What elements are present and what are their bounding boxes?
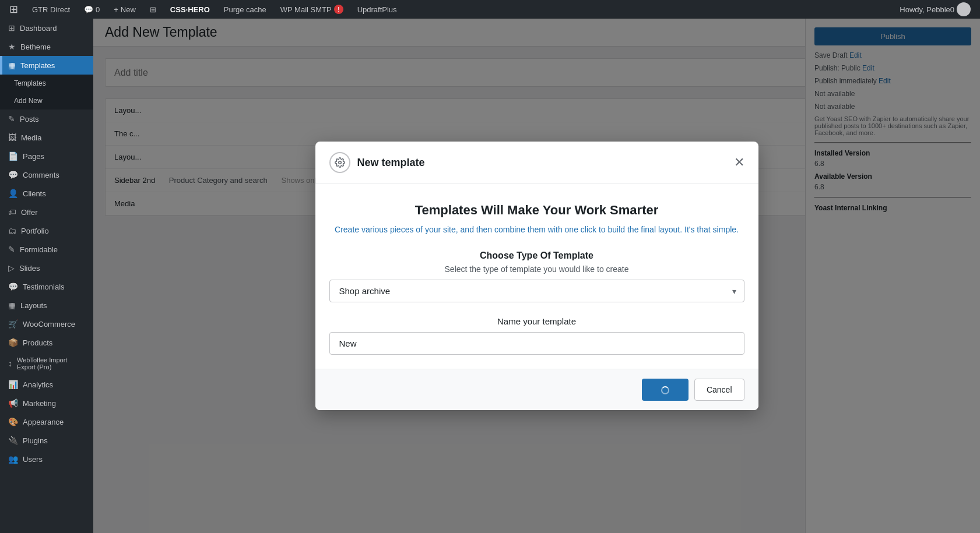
site-name-item[interactable]: GTR Direct xyxy=(29,5,73,14)
comments-icon: 💬 xyxy=(8,170,18,179)
wpmail-item[interactable]: WP Mail SMTP ! xyxy=(277,5,347,14)
sidebar-item-label: Layouts xyxy=(20,301,47,310)
site-name-label: GTR Direct xyxy=(32,5,70,14)
sidebar-item-label: Comments xyxy=(23,171,59,179)
sidebar-item-label: Posts xyxy=(20,115,39,123)
modal-type-select[interactable]: Shop archive Page Post Header Footer Sin… xyxy=(329,280,744,302)
wp-logo-icon: ⊞ xyxy=(9,3,18,16)
pages-icon: 📄 xyxy=(8,151,18,161)
sidebar-item-offer[interactable]: 🏷 Offer xyxy=(0,203,93,221)
sidebar-item-dashboard[interactable]: ⊞ Dashboard xyxy=(0,19,93,37)
sidebar-item-templates[interactable]: ▦ Templates xyxy=(0,56,93,75)
sidebar: ⊞ Dashboard ★ Betheme ▦ Templates Templa… xyxy=(0,19,93,533)
sidebar-item-label: Testimonials xyxy=(23,283,65,291)
slides-icon: ▷ xyxy=(8,263,15,273)
media-icon: 🖼 xyxy=(8,133,16,142)
users-icon: 👥 xyxy=(8,454,18,464)
sidebar-item-users[interactable]: 👥 Users xyxy=(0,450,93,468)
modal-overlay[interactable]: New template ✕ Templates Will Make Your … xyxy=(93,19,980,533)
modal-footer: Cancel xyxy=(315,369,758,410)
comment-item[interactable]: 💬 0 xyxy=(80,5,103,14)
new-label: New xyxy=(121,5,136,14)
modal-cancel-button[interactable]: Cancel xyxy=(694,379,744,401)
modal-select-label: Select the type of template you would li… xyxy=(329,264,744,274)
sidebar-item-portfolio[interactable]: 🗂 Portfolio xyxy=(0,221,93,240)
wp-icon: ⊞ xyxy=(150,5,156,14)
formidable-icon: ✎ xyxy=(8,245,15,254)
sidebar-item-analytics[interactable]: 📊 Analytics xyxy=(0,375,93,394)
sidebar-item-comments[interactable]: 💬 Comments xyxy=(0,165,93,184)
sidebar-item-plugins[interactable]: 🔌 Plugins xyxy=(0,431,93,450)
sidebar-item-label: Portfolio xyxy=(21,227,49,235)
sidebar-item-formidable[interactable]: ✎ Formidable xyxy=(0,240,93,259)
betheme-icon: ★ xyxy=(8,42,16,51)
sidebar-item-products[interactable]: 📦 Products xyxy=(0,333,93,352)
sidebar-item-woocommerce[interactable]: 🛒 WooCommerce xyxy=(0,315,93,333)
posts-icon: ✎ xyxy=(8,114,15,123)
modal-subtext: Create various pieces of your site, and … xyxy=(329,225,744,234)
modal-type-select-wrapper: Shop archive Page Post Header Footer Sin… xyxy=(329,280,744,302)
sidebar-item-label: Add New xyxy=(14,97,43,105)
sidebar-item-label: WooCommerce xyxy=(23,320,75,329)
purge-cache-label: Purge cache xyxy=(224,5,266,14)
sidebar-item-slides[interactable]: ▷ Slides xyxy=(0,259,93,277)
sidebar-item-label: Betheme xyxy=(20,43,51,51)
modal-gear-icon xyxy=(329,152,350,173)
new-template-modal: New template ✕ Templates Will Make Your … xyxy=(315,142,758,410)
comment-icon: 💬 xyxy=(84,5,93,14)
modal-name-input[interactable] xyxy=(329,332,744,355)
howdy-label: Howdy, Pebble0 xyxy=(900,5,954,14)
wpmail-label: WP Mail SMTP xyxy=(280,5,332,14)
modal-submit-button[interactable] xyxy=(642,379,689,401)
sidebar-item-label: Users xyxy=(23,455,43,464)
css-hero-item[interactable]: CSS·HERO xyxy=(167,5,213,14)
howdy-item[interactable]: Howdy, Pebble0 xyxy=(896,2,974,16)
wp-icon-item: ⊞ xyxy=(146,5,160,14)
purge-cache-item[interactable]: Purge cache xyxy=(220,5,270,14)
templates-icon: ▦ xyxy=(8,61,16,70)
sidebar-item-label: WebToffee Import Export (Pro) xyxy=(17,356,87,370)
sidebar-item-add-new[interactable]: Add New xyxy=(0,92,93,110)
sidebar-item-label: Slides xyxy=(19,264,40,273)
sidebar-item-marketing[interactable]: 📢 Marketing xyxy=(0,394,93,412)
sidebar-item-betheme[interactable]: ★ Betheme xyxy=(0,37,93,56)
submit-spinner xyxy=(661,386,669,394)
sidebar-item-testimonials[interactable]: 💬 Testimonials xyxy=(0,277,93,296)
sidebar-item-label: Products xyxy=(23,338,52,347)
admin-bar: ⊞ GTR Direct 💬 0 + New ⊞ CSS·HERO Purge … xyxy=(0,0,980,19)
sidebar-item-label: Marketing xyxy=(23,399,56,408)
sidebar-item-webtoffee[interactable]: ↕ WebToffee Import Export (Pro) xyxy=(0,352,93,375)
new-item[interactable]: + New xyxy=(110,5,139,14)
offer-icon: 🏷 xyxy=(8,207,16,217)
plugins-icon: 🔌 xyxy=(8,436,18,445)
analytics-icon: 📊 xyxy=(8,380,18,389)
sidebar-item-appearance[interactable]: 🎨 Appearance xyxy=(0,412,93,431)
sidebar-item-label: Templates xyxy=(20,61,55,70)
modal-name-label: Name your template xyxy=(329,316,744,326)
sidebar-item-layouts[interactable]: ▦ Layouts xyxy=(0,296,93,315)
modal-title: New template xyxy=(357,157,425,169)
products-icon: 📦 xyxy=(8,338,18,347)
sidebar-item-label: Plugins xyxy=(23,436,48,445)
sidebar-item-label: Clients xyxy=(23,189,46,198)
updraft-label: UpdraftPlus xyxy=(357,5,397,14)
modal-close-button[interactable]: ✕ xyxy=(734,156,744,169)
sidebar-item-label: Pages xyxy=(23,152,44,161)
sidebar-item-label: Analytics xyxy=(23,380,53,389)
modal-choose-type-label: Choose Type Of Template xyxy=(329,250,744,261)
svg-point-0 xyxy=(338,161,341,164)
css-hero-label: CSS·HERO xyxy=(170,5,210,14)
portfolio-icon: 🗂 xyxy=(8,226,16,235)
wp-logo-item[interactable]: ⊞ xyxy=(6,3,22,16)
appearance-icon: 🎨 xyxy=(8,417,18,426)
sidebar-item-clients[interactable]: 👤 Clients xyxy=(0,184,93,203)
testimonials-icon: 💬 xyxy=(8,282,18,291)
updraft-item[interactable]: UpdraftPlus xyxy=(354,5,401,14)
sidebar-item-label: Media xyxy=(21,133,41,142)
sidebar-item-templates-sub[interactable]: Templates xyxy=(0,75,93,92)
avatar xyxy=(957,2,971,16)
sidebar-item-media[interactable]: 🖼 Media xyxy=(0,128,93,147)
sidebar-item-posts[interactable]: ✎ Posts xyxy=(0,110,93,128)
sidebar-item-pages[interactable]: 📄 Pages xyxy=(0,147,93,165)
layouts-icon: ▦ xyxy=(8,301,16,310)
